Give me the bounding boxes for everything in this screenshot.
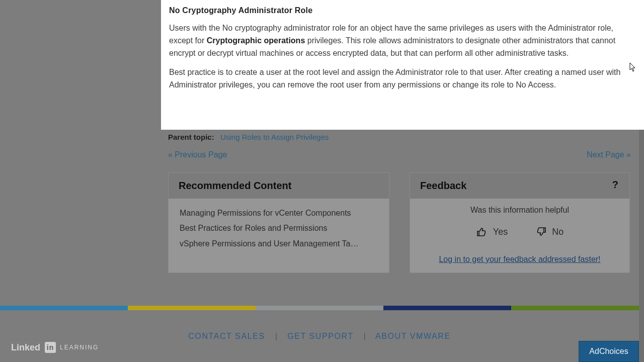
watermark-linked: Linked [11,342,40,353]
parent-topic: Parent topic: Using Roles to Assign Priv… [168,130,631,141]
page-navigation: « Previous Page Next Page » [168,149,631,169]
dimmed-background: Parent topic: Using Roles to Assign Priv… [0,130,639,362]
footer-get-support[interactable]: GET SUPPORT [287,332,353,340]
parent-topic-link[interactable]: Using Roles to Assign Privileges [220,133,329,141]
next-page-link[interactable]: Next Page » [587,150,631,159]
feedback-login-link[interactable]: Log in to get your feedback addressed fa… [418,255,621,264]
feedback-no-button[interactable]: No [535,226,564,238]
feedback-question: Was this information helpful [418,206,621,215]
recommended-content-list: Managing Permissions for vCenter Compone… [169,199,389,258]
recommended-item[interactable]: vSphere Permissions and User Management … [180,236,378,251]
recommended-content-title: Recommended Content [169,173,389,199]
watermark-in-box: in [45,342,56,353]
recommended-item[interactable]: Best Practices for Roles and Permissions [180,221,378,236]
footer-contact-sales[interactable]: CONTACT SALES [188,332,265,340]
footer-about-vmware[interactable]: ABOUT VMWARE [375,332,451,340]
help-icon[interactable]: ? [612,179,618,191]
previous-page-link[interactable]: « Previous Page [168,150,227,159]
footer-links: CONTACT SALES | GET SUPPORT | ABOUT VMWA… [0,332,639,341]
recommended-item[interactable]: Managing Permissions for vCenter Compone… [180,206,378,221]
section-heading: No Cryptography Administrator Role [169,6,632,15]
parent-topic-label: Parent topic: [168,133,214,141]
feedback-title-text: Feedback [420,180,466,191]
recommended-content-card: Recommended Content Managing Permissions… [168,172,389,273]
footer-color-stripe [0,306,639,310]
doc-paragraph-2: Best practice is to create a user at the… [169,66,627,92]
content-column: Parent topic: Using Roles to Assign Priv… [168,130,631,273]
feedback-yes-button[interactable]: Yes [476,226,508,238]
feedback-yes-label: Yes [493,227,508,237]
document-panel: No Cryptography Administrator Role Users… [161,0,644,130]
doc-paragraph-1: Users with the No cryptography administr… [169,22,627,59]
feedback-card: Feedback ? Was this information helpful … [410,172,630,273]
thumbs-up-icon [476,226,488,238]
feedback-title: Feedback ? [410,173,629,199]
adchoices-button[interactable]: AdChoices [579,341,639,362]
feedback-no-label: No [552,227,564,237]
thumbs-down-icon [535,226,547,238]
watermark-learning: LEARNING [60,344,99,351]
linkedin-learning-watermark: Linkedin LEARNING [11,342,99,353]
para1-bold: Cryptographic operations [207,36,305,45]
